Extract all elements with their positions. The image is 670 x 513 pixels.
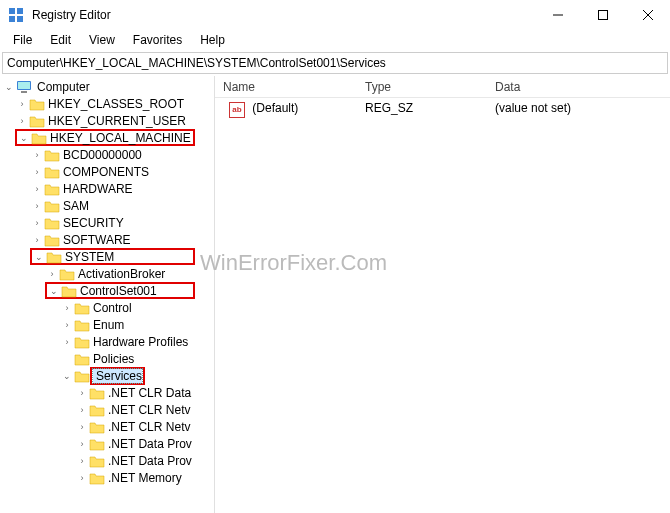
chevron-down-icon[interactable]: ⌄ [17,131,31,145]
chevron-right-icon[interactable]: › [75,471,89,485]
chevron-down-icon[interactable]: ⌄ [2,80,16,94]
folder-icon [89,386,105,400]
tree-label: Control [90,301,132,315]
menu-help[interactable]: Help [193,31,232,49]
tree-services[interactable]: ⌄Services [60,367,214,384]
address-bar[interactable]: Computer\HKEY_LOCAL_MACHINE\SYSTEM\Contr… [2,52,668,74]
svg-rect-2 [9,16,15,22]
tree-netmemory[interactable]: ›.NET Memory [75,469,214,486]
folder-icon [61,284,77,298]
folder-icon [89,437,105,451]
menu-bar: File Edit View Favorites Help [0,30,670,50]
tree-netclrnetv[interactable]: ›.NET CLR Netv [75,418,214,435]
tree-netdataprov[interactable]: ›.NET Data Prov [75,452,214,469]
chevron-right-icon[interactable]: › [60,318,74,332]
chevron-down-icon[interactable]: ⌄ [60,369,74,383]
computer-icon [16,80,32,94]
chevron-right-icon[interactable]: › [15,114,29,128]
chevron-right-icon[interactable]: › [60,301,74,315]
menu-favorites[interactable]: Favorites [126,31,189,49]
tree-netdataprov[interactable]: ›.NET Data Prov [75,435,214,452]
tree-netclrdata[interactable]: ›.NET CLR Data [75,384,214,401]
chevron-right-icon[interactable]: › [75,420,89,434]
chevron-down-icon[interactable]: ⌄ [47,284,61,298]
folder-icon [74,318,90,332]
folder-icon [44,182,60,196]
column-type[interactable]: Type [365,80,495,94]
chevron-right-icon[interactable]: › [30,182,44,196]
chevron-down-icon[interactable]: ⌄ [32,250,46,264]
chevron-right-icon[interactable]: › [75,454,89,468]
tree-policies[interactable]: Policies [60,350,214,367]
chevron-right-icon[interactable]: › [75,403,89,417]
value-data: (value not set) [495,101,670,118]
tree-panel[interactable]: ⌄ Computer › HKEY_CLASSES_ROOT [0,76,215,513]
folder-icon [44,165,60,179]
chevron-right-icon[interactable]: › [30,148,44,162]
folder-icon [44,233,60,247]
string-value-icon: ab [229,102,245,118]
tree-label: ControlSet001 [77,284,157,298]
chevron-right-icon[interactable]: › [45,267,59,281]
tree-label: SECURITY [60,216,124,230]
tree-controlset001[interactable]: ⌄ControlSet001 [45,282,195,299]
chevron-right-icon[interactable]: › [75,437,89,451]
tree-hardware[interactable]: ›HARDWARE [30,180,214,197]
close-button[interactable] [625,0,670,30]
maximize-button[interactable] [580,0,625,30]
chevron-right-icon[interactable]: › [30,216,44,230]
chevron-right-icon[interactable]: › [30,199,44,213]
minimize-button[interactable] [535,0,580,30]
column-data[interactable]: Data [495,80,670,94]
folder-icon [29,97,45,111]
title-bar: Registry Editor [0,0,670,30]
tree-netclrnetv[interactable]: ›.NET CLR Netv [75,401,214,418]
tree-computer[interactable]: ⌄ Computer [0,78,214,95]
tree-components[interactable]: ›COMPONENTS [30,163,214,180]
folder-icon [89,403,105,417]
tree-label: HKEY_CLASSES_ROOT [45,97,184,111]
tree-sam[interactable]: ›SAM [30,197,214,214]
value-name: (Default) [252,101,298,115]
tree-hkcu[interactable]: › HKEY_CURRENT_USER [15,112,214,129]
svg-rect-1 [17,8,23,14]
tree-label: Computer [34,80,90,94]
svg-rect-0 [9,8,15,14]
tree-hkcr[interactable]: › HKEY_CLASSES_ROOT [15,95,214,112]
app-icon [8,7,24,23]
folder-icon [44,216,60,230]
menu-view[interactable]: View [82,31,122,49]
tree-label: .NET Memory [105,471,182,485]
folder-icon [31,131,47,145]
svg-rect-10 [21,91,27,93]
tree-system[interactable]: ⌄SYSTEM [30,248,195,265]
value-row[interactable]: ab (Default) REG_SZ (value not set) [215,98,670,121]
tree-control[interactable]: ›Control [60,299,214,316]
address-text: Computer\HKEY_LOCAL_MACHINE\SYSTEM\Contr… [7,56,386,70]
chevron-right-icon[interactable]: › [15,97,29,111]
folder-icon [59,267,75,281]
column-name[interactable]: Name [215,80,365,94]
svg-rect-5 [598,11,607,20]
chevron-right-icon[interactable]: › [30,165,44,179]
svg-rect-9 [18,82,30,89]
chevron-right-icon[interactable]: › [60,335,74,349]
tree-activationbroker[interactable]: ›ActivationBroker [45,265,214,282]
menu-file[interactable]: File [6,31,39,49]
tree-label: .NET CLR Data [105,386,191,400]
chevron-right-icon[interactable]: › [75,386,89,400]
tree-bcd[interactable]: ›BCD00000000 [30,146,214,163]
tree-label: .NET Data Prov [105,454,192,468]
menu-edit[interactable]: Edit [43,31,78,49]
column-headers: Name Type Data [215,80,670,98]
tree-security[interactable]: ›SECURITY [30,214,214,231]
tree-enum[interactable]: ›Enum [60,316,214,333]
tree-label: HARDWARE [60,182,133,196]
tree-hklm[interactable]: ⌄ HKEY_LOCAL_MACHINE [15,129,195,146]
tree-label: ActivationBroker [75,267,165,281]
tree-label: Enum [90,318,124,332]
tree-label: SAM [60,199,89,213]
chevron-right-icon[interactable]: › [30,233,44,247]
tree-hwprofiles[interactable]: ›Hardware Profiles [60,333,214,350]
tree-software[interactable]: ›SOFTWARE [30,231,214,248]
